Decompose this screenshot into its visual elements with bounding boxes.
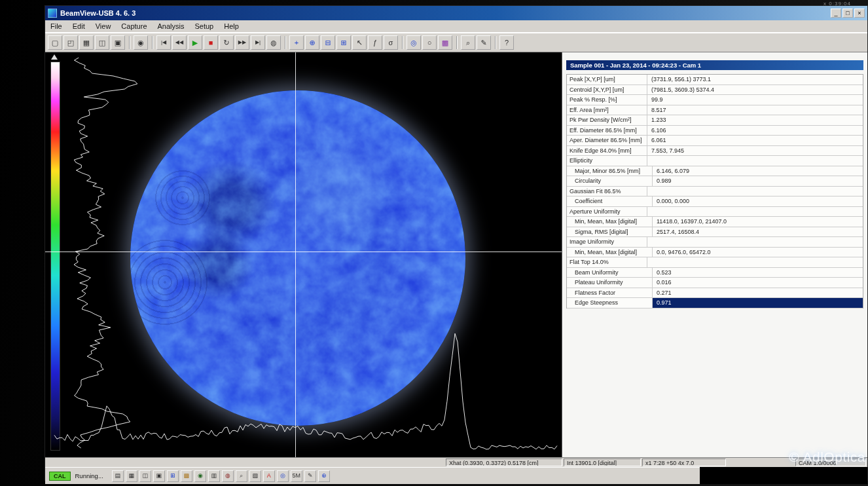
param-value-selected[interactable]: 0.971 <box>653 298 863 308</box>
param-label: Knife Edge 84.0% [mm] <box>567 146 647 156</box>
aperture-button[interactable]: ◎ <box>277 470 289 482</box>
param-value: 6.106 <box>647 126 863 136</box>
statistics-button[interactable]: σ <box>384 35 398 50</box>
save-button[interactable]: ▦ <box>79 35 94 50</box>
minimize-button[interactable]: _ <box>831 9 841 18</box>
param-value <box>647 187 863 196</box>
zoom-button[interactable]: ⌕ <box>461 35 475 50</box>
param-label: Min, Mean, Max [digital] <box>567 217 653 227</box>
report-button[interactable]: ▥ <box>208 470 220 482</box>
new-button[interactable]: ▢ <box>48 35 62 50</box>
table-row: Min, Mean, Max [digital]11418.0, 16397.0… <box>567 217 863 227</box>
grid-button[interactable]: ⊞ <box>167 470 179 482</box>
centroid-button[interactable]: ⊕ <box>305 35 319 50</box>
help-button[interactable]: ? <box>499 35 514 50</box>
table-row: Knife Edge 84.0% [mm]7.553, 7.945 <box>567 146 863 157</box>
add-button[interactable]: ⊕ <box>318 470 330 482</box>
menu-file[interactable]: File <box>50 22 62 30</box>
capture-button[interactable]: ◉ <box>134 35 148 50</box>
file-button[interactable]: ▤ <box>112 470 124 482</box>
param-label: Eff. Diameter 86.5% [mm] <box>567 126 647 136</box>
capture-setup-button[interactable]: ◍ <box>266 35 281 50</box>
first-frame-button[interactable]: |◀ <box>156 35 171 50</box>
param-label: Min, Mean, Max [digital] <box>567 248 653 257</box>
title-bar[interactable]: BeamView-USB 4. 6. 3 _ □ × <box>45 6 867 20</box>
main-area: Sample 001 - Jan 23, 2014 - 09:24:23 - C… <box>45 52 867 457</box>
table-row: Flatness Factor0.271 <box>567 288 863 299</box>
table-row: Coefficient0.000, 0.000 <box>567 196 863 207</box>
target-button[interactable]: ◉ <box>194 470 206 482</box>
text-tool-button[interactable]: A <box>263 470 275 482</box>
zoom-button[interactable]: ⌕ <box>236 470 247 482</box>
close-button[interactable]: × <box>854 9 865 18</box>
print-button[interactable]: ◫ <box>95 35 109 50</box>
beam-display-canvas[interactable] <box>45 52 562 457</box>
table-row: Flat Top 14.0% <box>567 257 863 268</box>
table-row: Eff. Area [mm²]8.517 <box>567 105 863 116</box>
last-frame-button[interactable]: ▶| <box>251 35 265 50</box>
param-label: Plateau Uniformity <box>567 278 653 288</box>
table-row: Aper. Diameter 86.5% [mm]6.061 <box>567 136 863 146</box>
results-table: Peak [X,Y,P] [um](3731.9, 556.1) 3773.1C… <box>566 74 863 308</box>
param-label: Coefficient <box>567 196 653 206</box>
aperture-button[interactable]: ◎ <box>407 35 421 50</box>
fit-function-button[interactable]: ƒ <box>368 35 382 50</box>
param-label: Image Uniformity <box>567 237 647 247</box>
palette-button[interactable]: ▩ <box>181 470 192 482</box>
menu-setup[interactable]: Setup <box>194 22 213 30</box>
profile-x-button[interactable]: ⊟ <box>321 35 335 50</box>
param-label: Aper. Diameter 86.5% [mm] <box>567 136 647 145</box>
copy-button[interactable]: ▣ <box>153 470 165 482</box>
save-button[interactable]: ▦ <box>126 470 137 482</box>
menu-view[interactable]: View <box>96 22 111 30</box>
toolbar-separator <box>129 36 130 49</box>
table-row: Gaussian Fit 86.5% <box>567 187 863 197</box>
rewind-button[interactable]: ◀◀ <box>172 35 187 50</box>
param-value <box>647 156 863 166</box>
param-label: Peak % Resp. [%] <box>567 95 647 105</box>
record-stop-button[interactable]: ■ <box>204 35 218 50</box>
menu-bar: FileEditViewCaptureAnalysisSetupHelp <box>45 20 867 33</box>
fast-forward-button[interactable]: ▶▶ <box>235 35 249 50</box>
param-label: Major, Minor 86.5% [mm] <box>567 166 653 176</box>
status-cursor-position: Xhat (0.3930, 0.3372) 0.5178 [cm] <box>446 458 562 466</box>
toolbar-separator <box>285 36 285 49</box>
table-row: Sigma, RMS [digital]2517.4, 16508.4 <box>567 227 863 238</box>
toolbar-separator <box>456 36 457 49</box>
copy-button[interactable]: ▣ <box>111 35 125 50</box>
param-label: Aperture Uniformity <box>567 207 647 217</box>
play-button[interactable]: ▶ <box>188 35 202 50</box>
table-row: Plateau Uniformity0.016 <box>567 278 863 288</box>
crosshair-button[interactable]: + <box>289 35 304 50</box>
menu-help[interactable]: Help <box>224 22 239 30</box>
texture-button[interactable]: ▧ <box>249 470 261 482</box>
menu-analysis[interactable]: Analysis <box>158 22 185 30</box>
cal-indicator[interactable]: CAL <box>49 472 71 481</box>
param-label: Edge Steepness <box>567 298 653 308</box>
param-value <box>647 207 863 217</box>
menu-capture[interactable]: Capture <box>121 22 147 30</box>
main-toolbar: ▢◰▦◫▣◉|◀◀◀▶■↻▶▶▶|◍+⊕⊟⊞↖ƒσ◎○▩⌕✎? <box>45 33 867 52</box>
status-intensity: Int 13901.0 [digital] <box>564 458 641 466</box>
toolbar-separator <box>402 36 403 49</box>
profile-y-button[interactable]: ⊞ <box>336 35 351 50</box>
param-value <box>647 257 863 267</box>
cursor-button[interactable]: ↖ <box>352 35 367 50</box>
running-status: Running... <box>75 472 103 479</box>
draw-button[interactable]: ✎ <box>304 470 316 482</box>
menu-edit[interactable]: Edit <box>73 22 85 30</box>
camera-button[interactable]: ◍ <box>222 470 234 482</box>
loop-button[interactable]: ↻ <box>219 35 234 50</box>
print-button[interactable]: ◫ <box>139 470 151 482</box>
palette-button[interactable]: ▩ <box>438 35 452 50</box>
annotate-button[interactable]: ✎ <box>477 35 491 50</box>
maximize-button[interactable]: □ <box>842 9 853 18</box>
param-value: 1.233 <box>647 115 863 125</box>
table-row: Eff. Diameter 86.5% [mm]6.106 <box>567 126 863 136</box>
results-panel: Sample 001 - Jan 23, 2014 - 09:24:23 - C… <box>562 52 867 457</box>
draw-ellipse-button[interactable]: ○ <box>422 35 437 50</box>
param-label: Eff. Area [mm²] <box>567 105 647 115</box>
vertical-profile-trace <box>74 58 137 448</box>
open-button[interactable]: ◰ <box>63 35 78 50</box>
resolution-5m-button[interactable]: 5M <box>291 470 302 482</box>
